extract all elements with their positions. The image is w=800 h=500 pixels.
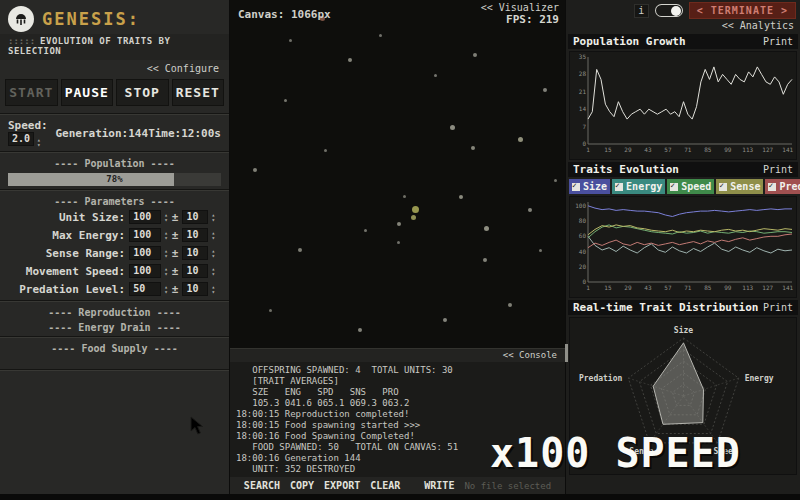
svg-text:113: 113 bbox=[742, 146, 753, 153]
analytics-link[interactable]: << Analytics bbox=[722, 20, 794, 31]
traits-evolution-print-button[interactable]: Print bbox=[763, 164, 793, 175]
traits-legend: SizeEnergySpeedSensePredation bbox=[569, 179, 797, 194]
divider bbox=[0, 300, 229, 302]
console-line: 18:00:15 Reproduction completed! bbox=[236, 409, 565, 420]
console-line: [TRAIT AVERAGES] bbox=[236, 376, 565, 387]
legend-speed[interactable]: Speed bbox=[667, 179, 714, 194]
svg-text:20: 20 bbox=[579, 263, 587, 270]
legend-sense[interactable]: Sense bbox=[716, 179, 763, 194]
footer-strip bbox=[0, 494, 800, 500]
max-energy-variance-stepper[interactable]: ▴▾ bbox=[211, 230, 215, 240]
export-button[interactable]: EXPORT bbox=[324, 480, 360, 491]
energy-drain-section-title: ---- Energy Drain ---- bbox=[0, 319, 229, 334]
terminate-button[interactable]: < TERMINATE > bbox=[689, 2, 796, 19]
predation-level-variance-input[interactable]: 10 bbox=[182, 282, 208, 296]
plus-minus-symbol: ± bbox=[172, 265, 179, 278]
scrollbar-handle[interactable] bbox=[565, 344, 568, 362]
predation-level-input[interactable]: 50 bbox=[129, 282, 161, 296]
analytics-panel: i < TERMINATE > << Analytics Population … bbox=[565, 0, 800, 500]
chart-svg: 0714212835115294357718599113127141 bbox=[570, 52, 797, 155]
unit-size-input[interactable]: 100 bbox=[129, 210, 161, 224]
pause-button[interactable]: PAUSE bbox=[61, 79, 114, 106]
configure-link[interactable]: << Configure bbox=[147, 63, 219, 74]
stop-button[interactable]: STOP bbox=[116, 79, 169, 106]
divider bbox=[0, 113, 229, 115]
clear-button[interactable]: CLEAR bbox=[370, 480, 400, 491]
legend-label: Predation bbox=[779, 181, 800, 192]
trait-distribution-print-button[interactable]: Print bbox=[763, 302, 793, 313]
svg-text:141: 141 bbox=[782, 284, 793, 291]
copy-button[interactable]: COPY bbox=[290, 480, 314, 491]
legend-label: Energy bbox=[626, 181, 662, 192]
genesis-logo-icon bbox=[8, 6, 34, 32]
parameters-section-title: ---- Parameters ---- bbox=[0, 193, 229, 208]
particle bbox=[348, 58, 352, 62]
movement-speed-input[interactable]: 100 bbox=[129, 264, 161, 278]
console-line: 105.3 041.6 065.1 069.3 063.2 bbox=[236, 398, 565, 409]
max-energy-stepper[interactable]: ▴▾ bbox=[164, 230, 168, 240]
food-supply-section-title: ---- Food Supply ---- bbox=[0, 340, 229, 355]
sense-range-variance-input[interactable]: 10 bbox=[182, 246, 208, 260]
subtitle-row: :::::EVOLUTION OF TRAITS BY SELECTION bbox=[0, 34, 229, 60]
write-button[interactable]: WRITE bbox=[424, 480, 454, 491]
svg-text:Predation: Predation bbox=[579, 373, 623, 383]
plus-minus-symbol: ± bbox=[172, 229, 179, 242]
speed-stepper[interactable]: ▴▾ bbox=[37, 137, 41, 147]
speed-input[interactable]: 2.0 bbox=[8, 132, 34, 146]
max-energy-variance-input[interactable]: 10 bbox=[182, 228, 208, 242]
population-growth-header: Population Growth Print bbox=[568, 34, 798, 49]
svg-text:29: 29 bbox=[624, 284, 632, 291]
unit-size-variance-input[interactable]: 10 bbox=[182, 210, 208, 224]
configure-row: << Configure bbox=[0, 60, 229, 76]
reset-button[interactable]: RESET bbox=[172, 79, 225, 106]
movement-speed-variance-stepper[interactable]: ▴▾ bbox=[211, 266, 215, 276]
speed-multiplier-overlay: x100 SPEED bbox=[490, 430, 741, 476]
legend-checkbox-icon bbox=[615, 183, 623, 191]
info-button[interactable]: i bbox=[634, 4, 649, 18]
population-growth-print-button[interactable]: Print bbox=[763, 36, 793, 47]
max-energy-row: Max Energy:100▴▾±10▴▾ bbox=[0, 226, 229, 244]
svg-text:60: 60 bbox=[579, 232, 587, 239]
search-button[interactable]: SEARCH bbox=[244, 480, 280, 491]
legend-label: Sense bbox=[730, 181, 760, 192]
max-energy-input[interactable]: 100 bbox=[129, 228, 161, 242]
chart-svg: 020406080100115294357718599113127141 bbox=[570, 197, 797, 293]
power-toggle[interactable] bbox=[655, 4, 683, 17]
time-label: Time: bbox=[148, 127, 181, 140]
svg-text:71: 71 bbox=[684, 146, 692, 153]
canvas-size-label: Canvas: 1066px bbox=[238, 8, 331, 21]
console-link[interactable]: << Console bbox=[230, 349, 565, 362]
visualizer-link[interactable]: << Visualizer bbox=[481, 2, 559, 13]
predation-level-row: Predation Level:50▴▾±10▴▾ bbox=[0, 280, 229, 298]
legend-size[interactable]: Size bbox=[569, 179, 610, 194]
console-line: OFFSPRING SPAWNED: 4 TOTAL UNITS: 30 bbox=[236, 365, 565, 376]
svg-text:57: 57 bbox=[664, 284, 672, 291]
svg-text:85: 85 bbox=[704, 146, 712, 153]
trait-distribution-title: Real-time Trait Distribution bbox=[573, 301, 758, 314]
movement-speed-stepper[interactable]: ▴▾ bbox=[164, 266, 168, 276]
unit-size-label: Unit Size: bbox=[59, 211, 125, 224]
predation-level-label: Predation Level: bbox=[19, 283, 125, 296]
legend-predation[interactable]: Predation bbox=[765, 179, 800, 194]
unit-size-variance-stepper[interactable]: ▴▾ bbox=[211, 212, 215, 222]
svg-text:85: 85 bbox=[704, 284, 712, 291]
particle bbox=[554, 179, 557, 182]
particle bbox=[379, 34, 382, 37]
svg-text:7: 7 bbox=[582, 123, 586, 130]
particle bbox=[403, 195, 406, 198]
legend-energy[interactable]: Energy bbox=[612, 179, 665, 194]
app-title: GENESIS: bbox=[42, 9, 140, 29]
predation-level-stepper[interactable]: ▴▾ bbox=[164, 284, 168, 294]
particle bbox=[397, 241, 400, 244]
particle bbox=[450, 125, 455, 130]
unit-size-stepper[interactable]: ▴▾ bbox=[164, 212, 168, 222]
simulation-canvas[interactable] bbox=[230, 0, 565, 348]
sense-range-variance-stepper[interactable]: ▴▾ bbox=[211, 248, 215, 258]
predation-level-variance-stepper[interactable]: ▴▾ bbox=[211, 284, 215, 294]
sense-range-input[interactable]: 100 bbox=[129, 246, 161, 260]
start-button[interactable]: START bbox=[5, 79, 58, 106]
divider bbox=[0, 189, 229, 191]
movement-speed-variance-input[interactable]: 10 bbox=[182, 264, 208, 278]
sense-range-stepper[interactable]: ▴▾ bbox=[164, 248, 168, 258]
particle bbox=[518, 137, 523, 142]
